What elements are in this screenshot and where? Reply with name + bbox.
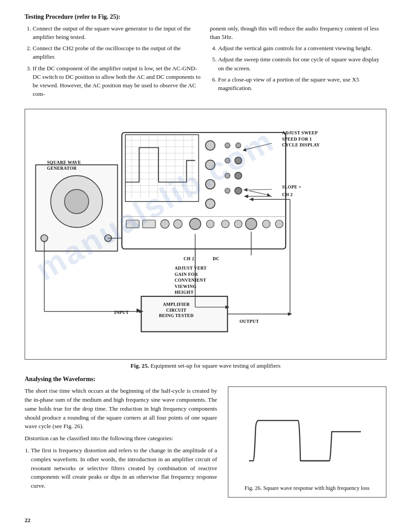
svg-point-22 [206, 199, 215, 208]
svg-line-66 [249, 191, 268, 195]
svg-rect-18 [125, 135, 199, 202]
step-5: Adjust the sweep time controls for one c… [218, 55, 386, 72]
svg-marker-61 [249, 197, 253, 201]
fig26-waveform [244, 391, 370, 481]
step-6: For a close-up view of a portion of the … [218, 75, 386, 92]
svg-point-44 [51, 176, 103, 227]
analysing-title: Analysing the Waveforms: [25, 376, 386, 383]
slope-label: SLOPE + [282, 184, 301, 190]
svg-rect-32 [126, 220, 139, 227]
dc-label: DC [213, 256, 219, 262]
adjust-vert-label: ADJUST VERTGAIN FORCONVENIENTVIEWINGHEIG… [175, 265, 207, 296]
svg-point-24 [225, 158, 230, 163]
svg-point-27 [235, 143, 241, 148]
annotation-arrows [31, 117, 380, 355]
svg-point-30 [235, 187, 241, 194]
figure-25-caption: Fig. 25. Equipment set-up for square wav… [25, 362, 386, 369]
output-label: OUTPUT [240, 319, 259, 325]
swg-label: SQUARE WAVEGENERATOR [47, 160, 81, 171]
ch2-osc-label: CH 2 [282, 192, 293, 198]
step-3-cont: ponent only, though this will reduce the… [210, 24, 386, 41]
svg-marker-51 [139, 310, 144, 313]
analysing-text-col: The short rise time which occurs at the … [25, 386, 217, 493]
svg-point-46 [41, 235, 47, 241]
svg-marker-71 [244, 188, 248, 192]
analysing-item-1: The first is frequency distortion and re… [31, 446, 217, 490]
input-label: INPUT [114, 310, 129, 316]
step-3: If the DC component of the amplifier out… [33, 64, 201, 99]
svg-point-35 [174, 220, 182, 228]
page-number: 22 [25, 517, 30, 524]
ch2-label: CH 2 [184, 256, 194, 262]
svg-line-70 [246, 189, 272, 190]
testing-procedure-title: Testing Procedure (refer to Fig. 25): [25, 13, 386, 21]
svg-point-39 [235, 220, 242, 227]
svg-point-26 [225, 188, 230, 193]
svg-marker-69 [243, 148, 247, 152]
svg-marker-73 [244, 195, 248, 198]
steps-left-col: Connect the output of the square wave ge… [25, 24, 201, 101]
svg-point-41 [262, 220, 270, 227]
svg-rect-17 [122, 133, 286, 249]
svg-marker-56 [225, 305, 230, 309]
svg-marker-67 [267, 193, 271, 197]
svg-point-47 [105, 235, 111, 241]
testing-procedure-columns: Connect the output of the square wave ge… [25, 24, 386, 101]
svg-point-38 [222, 220, 229, 227]
analysing-para-2: Distortion can be classified into the fo… [25, 434, 217, 443]
svg-line-68 [245, 143, 272, 150]
svg-rect-33 [142, 220, 155, 227]
svg-point-23 [225, 143, 230, 148]
step-4: Adjust the vertical gain controls for a … [218, 44, 386, 52]
svg-rect-43 [36, 165, 118, 251]
figure-26-box: Fig. 26. Square wave response with high … [228, 386, 386, 498]
svg-point-37 [206, 220, 214, 227]
testing-procedure-section: Testing Procedure (refer to Fig. 25): Co… [25, 13, 386, 101]
svg-point-40 [246, 219, 257, 230]
svg-point-42 [275, 220, 283, 227]
svg-point-21 [206, 180, 215, 189]
analysing-two-col: The short rise time which occurs at the … [25, 386, 386, 498]
svg-point-36 [189, 219, 201, 230]
adjust-sweep-label: ADJUST SWEEPSPEED FOR 1CYCLE DISPLAY [282, 130, 320, 148]
figure-25-box: SQUARE WAVEGENERATOR AMPLIFIERCIRCUITBEI… [25, 109, 386, 360]
diagram-area: SQUARE WAVEGENERATOR AMPLIFIERCIRCUITBEI… [31, 117, 380, 355]
steps-left-list: Connect the output of the square wave ge… [33, 24, 201, 98]
analysing-list: The first is frequency distortion and re… [31, 446, 217, 490]
fig26-caption: Fig. 26. Square wave response with high … [244, 485, 369, 493]
svg-point-45 [64, 189, 89, 214]
steps-right-list: Adjust the vertical gain controls for a … [218, 44, 386, 92]
svg-marker-58 [288, 313, 292, 316]
svg-point-25 [225, 173, 230, 179]
svg-marker-62 [137, 309, 141, 313]
svg-point-34 [161, 220, 169, 228]
step-1: Connect the output of the square wave ge… [33, 24, 201, 41]
diagram-svg [31, 117, 380, 355]
analysing-section: Analysing the Waveforms: The short rise … [25, 376, 386, 498]
svg-point-20 [206, 160, 215, 170]
svg-point-29 [235, 172, 241, 179]
analysing-para-1: The short rise time which occurs at the … [25, 386, 217, 431]
svg-point-28 [235, 157, 241, 164]
amp-label: AMPLIFIERCIRCUITBEING TESTED [159, 302, 194, 319]
step-2: Connect the CH2 probe of the oscilloscop… [33, 44, 201, 61]
steps-right-col: ponent only, though this will reduce the… [210, 24, 386, 101]
svg-point-19 [206, 141, 215, 150]
